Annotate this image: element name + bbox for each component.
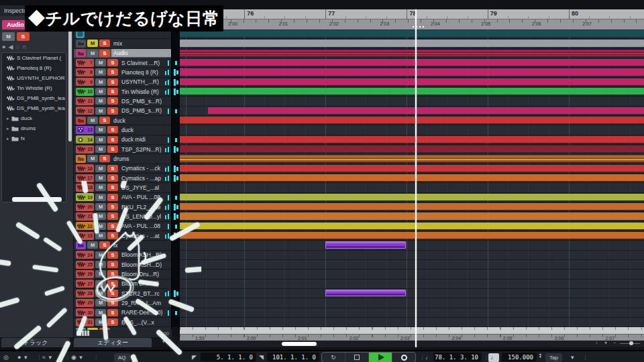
- solo-button[interactable]: S: [107, 174, 118, 182]
- audio-clip[interactable]: [180, 136, 644, 143]
- audio-clip[interactable]: [180, 174, 644, 181]
- mute-button[interactable]: M: [95, 270, 106, 278]
- aq-button[interactable]: AQ: [114, 353, 130, 362]
- solo-button[interactable]: S: [107, 213, 118, 220]
- mute-button[interactable]: M: [95, 251, 106, 259]
- track-row[interactable]: 16MSCymatics - ...ck: [74, 164, 171, 174]
- solo-button[interactable]: S: [107, 59, 118, 66]
- solo-button[interactable]: S: [107, 88, 118, 95]
- browser-item[interactable]: ▸duck: [2, 113, 66, 123]
- track-row[interactable]: 15MSTSP_S2PN...R): [74, 145, 171, 154]
- track-row[interactable]: 13MSduck: [74, 125, 171, 135]
- audio-clip[interactable]: [180, 203, 644, 210]
- track-row[interactable]: 22MSAVA - PUL ...08: [74, 222, 171, 231]
- spin-down-icon[interactable]: ▼: [539, 355, 542, 358]
- mute-button[interactable]: M: [95, 299, 106, 306]
- browser-item[interactable]: ▸fx: [2, 133, 66, 143]
- browser-item[interactable]: USYNTH_EUPHOR: [2, 73, 66, 83]
- track-row[interactable]: 30MSRARE-Dee...10): [74, 308, 171, 318]
- solo-button[interactable]: S: [107, 136, 118, 143]
- track-row[interactable]: 12MSDS_PMB_s...R): [74, 107, 171, 116]
- tap-tempo-button[interactable]: Tap: [545, 353, 562, 362]
- tempo-spinner[interactable]: ▲▼: [539, 353, 542, 362]
- left-locator-field[interactable]: 5. 1. 1. 0: [201, 353, 256, 361]
- mute-button[interactable]: M: [95, 136, 106, 143]
- mute-button[interactable]: M: [95, 126, 106, 133]
- cycle-button[interactable]: ↻: [322, 353, 345, 362]
- zoom-slider-knob[interactable]: [629, 341, 633, 345]
- record-mode-dropdown-icon[interactable]: ▾: [24, 354, 28, 361]
- solo-button[interactable]: S: [107, 261, 118, 268]
- solo-button[interactable]: S: [107, 251, 118, 259]
- tempo-track-button[interactable]: ♩: [488, 353, 499, 362]
- mute-button[interactable]: M: [95, 78, 106, 86]
- mute-button[interactable]: M: [95, 194, 106, 201]
- right-locator-icon[interactable]: ◥: [259, 354, 264, 361]
- time-signature-dropdown-icon[interactable]: ▾: [571, 354, 574, 361]
- mute-button[interactable]: M: [95, 213, 106, 220]
- track-row[interactable]: 19MSAVA - PUL ...08: [74, 193, 171, 202]
- audio-clip[interactable]: [180, 78, 644, 85]
- track-row[interactable]: MSmix: [74, 39, 171, 48]
- mute-button[interactable]: M: [87, 241, 98, 249]
- track-row[interactable]: 31MSBOS_...(V...x: [74, 318, 171, 327]
- lower-zone-ruler-top[interactable]: [180, 327, 644, 334]
- mute-button[interactable]: M: [95, 261, 106, 268]
- track-row[interactable]: 9MSUSYNTH_...R): [74, 78, 171, 87]
- solo-button[interactable]: S: [107, 145, 118, 153]
- tempo-field[interactable]: 150.000: [502, 353, 537, 361]
- audio-record-mode-icon[interactable]: ≈: [42, 354, 46, 361]
- track-row[interactable]: 27MSBloom Dru...D): [74, 280, 171, 289]
- solo-button[interactable]: S: [107, 290, 118, 297]
- track-row[interactable]: 23MSCymatics - ...at: [74, 231, 171, 241]
- audio-clip[interactable]: [180, 68, 644, 75]
- solo-button[interactable]: S: [107, 270, 118, 278]
- inspector-mute-button[interactable]: M: [2, 32, 15, 41]
- track-row[interactable]: 11MSDS_PMB_s...R): [74, 97, 171, 106]
- mute-button[interactable]: M: [95, 280, 106, 288]
- lock-icon[interactable]: ∩: [22, 44, 29, 50]
- collapse-icon[interactable]: ▾: [162, 339, 167, 345]
- playhead-cursor[interactable]: [415, 9, 417, 347]
- solo-button[interactable]: S: [107, 68, 118, 76]
- mute-button[interactable]: M: [87, 117, 98, 124]
- inspector-horizontal-scrollbar[interactable]: [12, 197, 62, 202]
- track-row[interactable]: 17MSCymatics - ...ap: [74, 174, 171, 183]
- audio-clip[interactable]: [180, 194, 644, 200]
- browser-item[interactable]: Pianoteq 8 (R): [2, 63, 66, 73]
- mute-button[interactable]: M: [95, 88, 106, 95]
- solo-button[interactable]: S: [99, 241, 110, 249]
- track-row[interactable]: 25MSBloom KSH...D): [74, 260, 171, 269]
- mute-button[interactable]: M: [95, 318, 106, 326]
- audio-clip[interactable]: [208, 107, 644, 114]
- solo-button[interactable]: S: [99, 40, 110, 47]
- solo-button[interactable]: S: [107, 280, 118, 288]
- solo-button[interactable]: S: [107, 203, 118, 210]
- right-locator-field[interactable]: 101. 1. 1. 0: [267, 353, 319, 361]
- browser-item[interactable]: ▸drums: [2, 123, 66, 133]
- solo-button[interactable]: S: [107, 232, 118, 239]
- track-row[interactable]: 7MSS Clavinet ...R): [74, 58, 171, 68]
- mute-button[interactable]: M: [87, 40, 98, 47]
- zoom-preset-dropdown-icon[interactable]: ▾: [604, 340, 607, 346]
- metronome-target-icon[interactable]: ◎: [3, 354, 9, 361]
- browser-item[interactable]: Tin Whistle (R): [2, 83, 66, 93]
- midi-mode-dropdown-icon[interactable]: ▾: [79, 354, 83, 361]
- scroll-right-icon[interactable]: ›: [596, 340, 598, 346]
- track-row[interactable]: 24MSBloom KSH...R): [74, 251, 171, 260]
- lower-zone-time-ruler[interactable]: 1:592:002:012:022:032:042:052:062:07: [180, 334, 644, 341]
- solo-button[interactable]: S: [107, 107, 118, 115]
- bar-ruler[interactable]: 7677787980: [180, 9, 644, 19]
- audio-clip[interactable]: [180, 145, 644, 152]
- arrangement-area[interactable]: [180, 29, 644, 327]
- track-row[interactable]: MSduck: [74, 116, 171, 125]
- mute-button[interactable]: M: [95, 145, 106, 153]
- mute-button[interactable]: M: [95, 174, 106, 182]
- solo-button[interactable]: S: [107, 299, 118, 306]
- mute-button[interactable]: M: [95, 68, 106, 76]
- horizontal-scrollbar-thumb[interactable]: [282, 342, 317, 346]
- solo-button[interactable]: S: [107, 309, 118, 316]
- midi-record-mode-icon[interactable]: ◉: [71, 354, 76, 361]
- track-row[interactable]: 14MSduck midi: [74, 135, 171, 145]
- track-row[interactable]: 29MS29_RKU_I...Am: [74, 298, 171, 308]
